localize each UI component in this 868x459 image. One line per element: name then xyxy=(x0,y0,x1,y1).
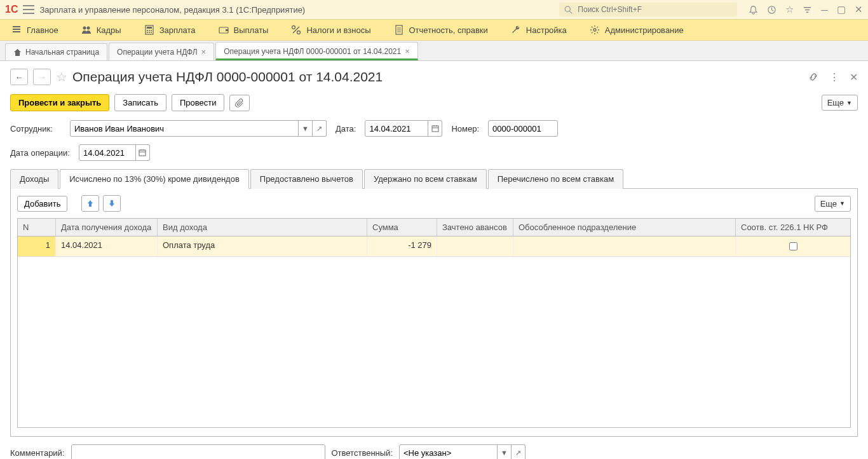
svg-point-15 xyxy=(292,26,295,29)
filter-icon[interactable] xyxy=(803,5,812,15)
home-icon xyxy=(13,48,22,57)
more-button[interactable]: Еще▼ xyxy=(822,95,858,111)
open-icon[interactable]: ↗ xyxy=(512,444,526,459)
history-icon[interactable] xyxy=(767,5,776,15)
col-sum[interactable]: Сумма xyxy=(367,219,437,236)
tab-ndfl-operation-doc[interactable]: Операция учета НДФЛ 0000-000001 от 14.04… xyxy=(215,42,418,60)
tab-close-icon[interactable]: × xyxy=(201,47,207,57)
post-and-close-button[interactable]: Провести и закрыть xyxy=(10,94,109,111)
document-icon xyxy=(394,25,404,35)
add-button[interactable]: Добавить xyxy=(17,196,67,212)
op-date-label: Дата операции: xyxy=(10,148,70,158)
nav-personnel[interactable]: Кадры xyxy=(70,20,133,40)
link-icon[interactable] xyxy=(808,71,819,83)
svg-rect-14 xyxy=(226,29,228,31)
open-icon[interactable]: ↗ xyxy=(313,120,327,137)
cell-type: Оплата труда xyxy=(158,236,367,256)
menu-icon[interactable] xyxy=(23,4,34,15)
col-article[interactable]: Соотв. ст. 226.1 НК РФ xyxy=(736,219,850,236)
date-field[interactable] xyxy=(365,120,428,137)
comment-field[interactable] xyxy=(71,444,325,459)
tab-more-label: Еще xyxy=(820,199,837,209)
back-button[interactable]: ← xyxy=(10,69,28,85)
percent-icon xyxy=(291,25,301,35)
svg-point-8 xyxy=(149,30,150,31)
list-icon xyxy=(11,25,22,35)
nav-settings-label: Настройка xyxy=(526,25,567,35)
nav-main[interactable]: Главное xyxy=(0,20,70,40)
svg-rect-21 xyxy=(139,150,146,156)
minimize-icon[interactable]: ─ xyxy=(821,4,828,15)
forward-button[interactable]: → xyxy=(33,69,51,85)
number-label: Номер: xyxy=(451,124,479,134)
number-field[interactable] xyxy=(488,120,558,137)
nav-settings[interactable]: Настройка xyxy=(499,20,578,40)
tab-doc-label: Операция учета НДФЛ 0000-000001 от 14.04… xyxy=(224,47,401,56)
navbar: Главное Кадры Зарплата Выплаты Налоги и … xyxy=(0,19,868,41)
write-button[interactable]: Записать xyxy=(114,94,166,111)
search-icon xyxy=(564,6,573,14)
maximize-icon[interactable]: ▢ xyxy=(837,4,846,15)
bell-icon[interactable] xyxy=(749,5,758,15)
col-n[interactable]: N xyxy=(18,219,56,236)
tab-calculated[interactable]: Исчислено по 13% (30%) кроме дивидендов xyxy=(60,169,249,189)
search-box[interactable] xyxy=(559,3,737,17)
post-button[interactable]: Провести xyxy=(172,94,225,111)
close-panel-icon[interactable]: ✕ xyxy=(850,71,858,83)
nav-admin[interactable]: Администрирование xyxy=(578,20,695,40)
svg-line-1 xyxy=(569,11,572,13)
svg-point-10 xyxy=(147,32,148,33)
move-down-button[interactable] xyxy=(103,195,121,212)
col-advance[interactable]: Зачтено авансов xyxy=(437,219,513,236)
responsible-label: Ответственный: xyxy=(332,448,393,458)
tab-withheld[interactable]: Удержано по всем ставкам xyxy=(364,169,487,189)
grid-row[interactable]: 1 14.04.2021 Оплата труда -1 279 xyxy=(18,236,850,257)
star-icon[interactable]: ☆ xyxy=(785,4,794,15)
tab-panel: Добавить Еще▼ N Дата получения дохода Ви… xyxy=(10,189,858,437)
article-checkbox[interactable] xyxy=(789,242,797,250)
svg-point-12 xyxy=(151,32,152,33)
inner-tabs: Доходы Исчислено по 13% (30%) кроме диви… xyxy=(10,168,858,189)
svg-point-4 xyxy=(86,27,90,30)
nav-reports-label: Отчетность, справки xyxy=(409,25,488,35)
calendar-icon[interactable] xyxy=(136,144,150,161)
nav-payments[interactable]: Выплаты xyxy=(207,20,280,40)
calendar-icon[interactable] xyxy=(428,120,442,137)
employee-field[interactable] xyxy=(70,120,299,137)
tab-ndfl-operations-list[interactable]: Операции учета НДФЛ × xyxy=(109,43,214,60)
svg-point-11 xyxy=(149,32,150,33)
nav-salary-label: Зарплата xyxy=(159,25,196,35)
tab-income[interactable]: Доходы xyxy=(10,169,58,189)
dropdown-icon[interactable]: ▼ xyxy=(299,120,313,137)
tab-close-icon[interactable]: × xyxy=(405,46,410,56)
favorite-star-icon[interactable]: ☆ xyxy=(56,69,67,85)
col-type[interactable]: Вид дохода xyxy=(158,219,367,236)
attachment-button[interactable] xyxy=(229,95,250,111)
cell-article xyxy=(736,236,850,256)
tab-start-page[interactable]: Начальная страница xyxy=(5,43,107,60)
close-icon[interactable]: ✕ xyxy=(855,4,863,15)
search-input[interactable] xyxy=(576,4,732,15)
col-date[interactable]: Дата получения дохода xyxy=(56,219,158,236)
nav-reports[interactable]: Отчетность, справки xyxy=(383,20,499,40)
col-division[interactable]: Обособленное подразделение xyxy=(513,219,736,236)
cell-sum: -1 279 xyxy=(367,236,437,256)
content-area: ← → ☆ Операция учета НДФЛ 0000-000001 от… xyxy=(0,61,868,459)
dropdown-icon[interactable]: ▼ xyxy=(498,444,512,459)
kebab-menu-icon[interactable]: ⋮ xyxy=(829,71,839,83)
tab-more-button[interactable]: Еще▼ xyxy=(815,196,851,212)
tab-deductions[interactable]: Предоставлено вычетов xyxy=(250,169,363,189)
op-date-field[interactable] xyxy=(79,144,136,161)
grid-body[interactable]: 1 14.04.2021 Оплата труда -1 279 xyxy=(18,236,850,427)
nav-salary[interactable]: Зарплата xyxy=(133,20,207,40)
nav-personnel-label: Кадры xyxy=(97,25,121,35)
move-up-button[interactable] xyxy=(81,195,99,212)
responsible-field[interactable] xyxy=(399,444,498,459)
document-tabs: Начальная страница Операции учета НДФЛ ×… xyxy=(0,41,868,61)
tab-transferred[interactable]: Перечислено по всем ставкам xyxy=(488,169,623,189)
income-grid: N Дата получения дохода Вид дохода Сумма… xyxy=(17,218,851,428)
cell-n: 1 xyxy=(18,236,56,256)
main-toolbar: Провести и закрыть Записать Провести Еще… xyxy=(10,94,858,111)
tab-toolbar: Добавить Еще▼ xyxy=(17,195,851,212)
nav-taxes[interactable]: Налоги и взносы xyxy=(280,20,382,40)
